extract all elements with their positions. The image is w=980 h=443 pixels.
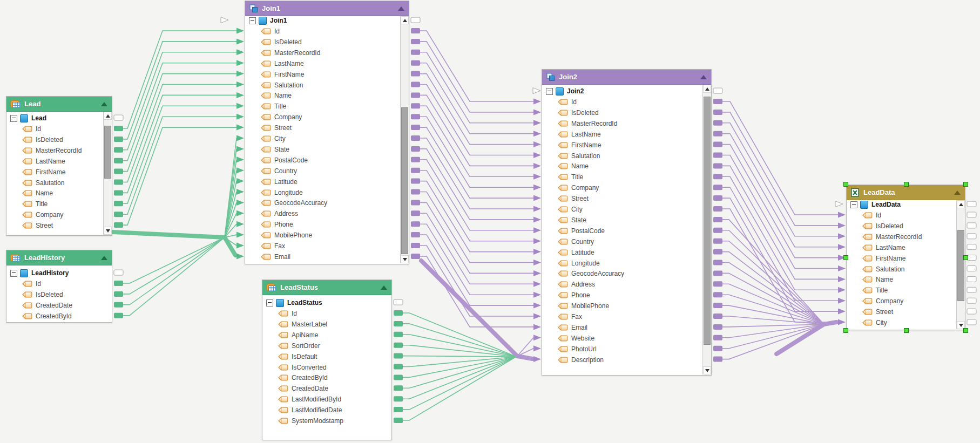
input-arrow[interactable] xyxy=(236,38,244,44)
field-row[interactable]: Email xyxy=(246,251,399,262)
field-row[interactable]: Title xyxy=(848,285,955,296)
field-row[interactable]: MobilePhone xyxy=(246,230,399,241)
output-stub[interactable] xyxy=(713,185,722,190)
selection-handle[interactable] xyxy=(843,255,848,260)
output-stub[interactable] xyxy=(114,281,123,286)
input-arrow[interactable] xyxy=(236,81,244,87)
input-arrow[interactable] xyxy=(236,189,244,195)
field-row[interactable]: MasterRecordId xyxy=(543,118,701,129)
input-arrow[interactable] xyxy=(533,313,541,319)
input-arrow[interactable] xyxy=(236,146,244,152)
input-arrow[interactable] xyxy=(533,195,541,201)
input-arrow[interactable] xyxy=(533,238,541,244)
output-stub[interactable] xyxy=(394,353,403,359)
input-arrow[interactable] xyxy=(838,298,846,304)
output-stub[interactable] xyxy=(967,255,976,261)
output-stub[interactable] xyxy=(411,146,420,152)
input-arrow[interactable] xyxy=(533,281,541,287)
scroll-up-button[interactable] xyxy=(401,16,409,24)
scroll-down-button[interactable] xyxy=(703,366,711,374)
selection-handle[interactable] xyxy=(843,328,848,333)
input-arrow[interactable] xyxy=(533,227,541,233)
output-stub[interactable] xyxy=(967,298,976,303)
output-stub[interactable] xyxy=(394,385,403,391)
output-stub[interactable] xyxy=(394,396,403,401)
output-stub[interactable] xyxy=(411,232,420,237)
input-arrow[interactable] xyxy=(533,185,541,190)
field-row[interactable]: SystemModstamp xyxy=(263,415,389,426)
output-stub[interactable] xyxy=(114,147,123,153)
scrollbar-thumb[interactable] xyxy=(104,126,111,179)
output-stub[interactable] xyxy=(713,303,722,308)
field-row[interactable]: FirstName xyxy=(246,69,399,80)
field-row[interactable]: PostalCode xyxy=(543,226,701,236)
output-stub[interactable] xyxy=(411,50,420,55)
output-stub[interactable] xyxy=(967,276,976,282)
output-stub[interactable] xyxy=(713,238,722,244)
input-arrow[interactable] xyxy=(533,335,541,340)
output-stub[interactable] xyxy=(411,210,420,216)
output-stub[interactable] xyxy=(411,254,420,259)
input-arrow[interactable] xyxy=(236,28,244,34)
field-row[interactable]: Latitude xyxy=(543,247,701,258)
box-header[interactable]: LeadData xyxy=(847,185,965,200)
input-arrow[interactable] xyxy=(838,287,846,293)
field-row[interactable]: Company xyxy=(8,209,102,220)
field-row[interactable]: State xyxy=(246,144,399,155)
field-row[interactable]: CreatedDate xyxy=(8,300,110,311)
node-output-stub[interactable] xyxy=(114,270,123,275)
output-stub[interactable] xyxy=(967,212,976,217)
box-header[interactable]: Join1 xyxy=(245,1,409,16)
field-row[interactable]: State xyxy=(543,215,701,226)
input-arrow[interactable] xyxy=(533,260,541,265)
input-arrow[interactable] xyxy=(236,103,244,109)
scrollbar-thumb[interactable] xyxy=(704,97,711,345)
scrollbar[interactable] xyxy=(956,200,965,329)
box-header[interactable]: Lead xyxy=(6,97,112,112)
output-stub[interactable] xyxy=(411,39,420,44)
collapse-button[interactable] xyxy=(700,75,707,79)
output-stub[interactable] xyxy=(394,321,403,326)
output-stub[interactable] xyxy=(114,291,123,297)
input-arrow[interactable] xyxy=(533,120,541,126)
field-row[interactable]: IsConverted xyxy=(263,362,389,373)
output-stub[interactable] xyxy=(411,82,420,87)
output-stub[interactable] xyxy=(411,179,420,184)
output-stub[interactable] xyxy=(713,163,722,168)
field-row[interactable]: GeocodeAccuracy xyxy=(246,197,399,208)
selection-handle[interactable] xyxy=(843,182,848,187)
input-arrow[interactable] xyxy=(236,92,244,98)
output-stub[interactable] xyxy=(713,270,722,276)
scroll-up-button[interactable] xyxy=(703,85,711,93)
output-stub[interactable] xyxy=(713,357,722,362)
node-output-stub[interactable] xyxy=(967,201,976,207)
output-stub[interactable] xyxy=(967,223,976,228)
input-arrow[interactable] xyxy=(236,60,244,66)
output-stub[interactable] xyxy=(114,169,123,174)
field-row[interactable]: Longitude xyxy=(543,258,701,269)
output-stub[interactable] xyxy=(713,153,722,158)
input-arrow[interactable] xyxy=(838,319,846,325)
output-stub[interactable] xyxy=(394,418,403,423)
field-row[interactable]: MasterRecordId xyxy=(246,47,399,58)
output-stub[interactable] xyxy=(713,335,722,340)
output-stub[interactable] xyxy=(411,135,420,141)
output-stub[interactable] xyxy=(713,99,722,104)
field-row[interactable]: SortOrder xyxy=(263,340,389,351)
input-arrow[interactable] xyxy=(236,135,244,141)
output-stub[interactable] xyxy=(967,309,976,314)
box-header[interactable]: LeadHistory xyxy=(6,250,112,265)
output-stub[interactable] xyxy=(411,103,420,108)
field-row[interactable]: Description xyxy=(543,355,701,365)
output-stub[interactable] xyxy=(713,313,722,319)
field-row[interactable]: Street xyxy=(848,306,955,317)
collapse-button[interactable] xyxy=(381,285,387,290)
node-output-stub[interactable] xyxy=(411,17,420,23)
output-stub[interactable] xyxy=(114,313,123,318)
input-arrow[interactable] xyxy=(533,356,541,362)
field-row[interactable]: Fax xyxy=(246,241,399,251)
output-stub[interactable] xyxy=(713,281,722,287)
node-row[interactable]: LeadData xyxy=(848,199,955,210)
field-row[interactable]: MasterRecordId xyxy=(8,145,102,156)
output-stub[interactable] xyxy=(713,142,722,147)
